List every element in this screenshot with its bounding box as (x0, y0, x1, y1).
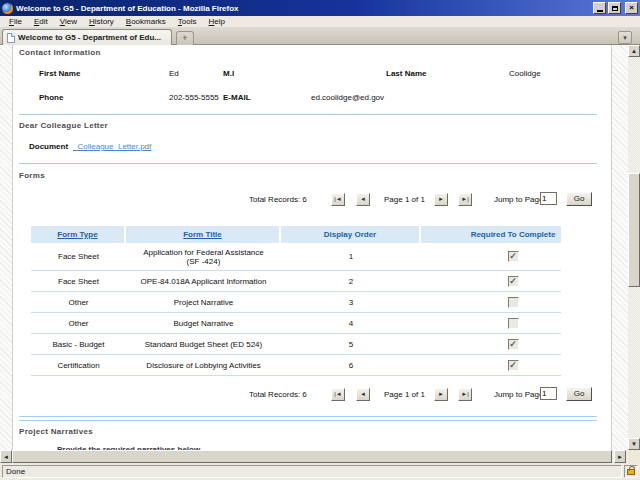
window-title: Welcome to G5 - Department of Education … (16, 4, 593, 13)
prev-page-button[interactable]: ◄ (356, 388, 370, 401)
first-name-label: First Name (39, 69, 80, 78)
forms-section-title: Forms (19, 171, 45, 180)
table-row: Certification Disclosure of Lobbying Act… (31, 355, 561, 376)
page-info: Page 1 of 1 (384, 195, 425, 204)
first-page-button[interactable]: |◄ (331, 193, 345, 206)
required-checkbox[interactable] (508, 276, 519, 287)
new-tab-button[interactable]: + (176, 31, 194, 45)
table-row: Other Budget Narrative 4 (31, 313, 561, 334)
vertical-scrollbar[interactable]: ▲ ▼ (628, 45, 640, 450)
menu-help[interactable]: Help (203, 17, 231, 26)
menu-view[interactable]: View (54, 17, 83, 26)
close-button[interactable]: × (625, 2, 638, 14)
go-button[interactable]: Go (566, 192, 592, 206)
form-type: Other (31, 313, 126, 333)
colleague-letter-link[interactable]: _Colleague_Letter.pdf (73, 142, 151, 151)
required-checkbox[interactable] (508, 251, 519, 262)
jump-to-page-label: Jump to Page (494, 390, 543, 399)
form-title: Standard Budget Sheet (ED 524) (126, 334, 281, 354)
scroll-left-button[interactable]: ◄ (0, 450, 12, 463)
display-order: 6 (281, 355, 421, 375)
last-page-button[interactable]: ►| (458, 193, 472, 206)
form-type: Certification (31, 355, 126, 375)
horizontal-scrollbar[interactable]: ◄ ► (0, 450, 628, 463)
dear-colleague-section-title: Dear Colleague Letter (19, 121, 108, 130)
pagination-top: Total Records: 6 |◄ ◄ Page 1 of 1 ► ►| J… (13, 191, 612, 207)
jump-to-page-input[interactable] (540, 192, 557, 205)
scroll-right-button[interactable]: ► (614, 450, 626, 463)
total-records: Total Records: 6 (249, 390, 307, 399)
tab-bar: Welcome to G5 - Department of Edu... + ▾ (0, 27, 640, 45)
next-page-button[interactable]: ► (434, 388, 448, 401)
vertical-scrollbar-thumb[interactable] (628, 173, 640, 287)
content-panel: Contact Information First Name Ed M.I La… (12, 45, 612, 450)
form-title: Budget Narrative (126, 313, 281, 333)
prev-page-button[interactable]: ◄ (356, 193, 370, 206)
column-required-to-complete: Required To Complete (421, 226, 561, 243)
restore-icon (612, 6, 618, 11)
jump-to-page-label: Jump to Page (494, 195, 543, 204)
close-icon: × (629, 4, 634, 12)
first-page-button[interactable]: |◄ (331, 388, 345, 401)
first-name-value: Ed (169, 69, 179, 78)
table-row: Face Sheet OPE-84.018A Applicant Informa… (31, 271, 561, 292)
menu-bar: File Edit View History Bookmarks Tools H… (0, 16, 640, 27)
section-divider (19, 163, 597, 164)
tab-overflow-button[interactable]: ▾ (618, 31, 632, 44)
status-text: Done (2, 465, 622, 478)
email-label: E-MAIL (223, 93, 251, 102)
menu-edit[interactable]: Edit (28, 17, 54, 26)
jump-to-page-input[interactable] (540, 387, 557, 400)
menu-tools[interactable]: Tools (172, 17, 203, 26)
last-page-button[interactable]: ►| (458, 388, 472, 401)
form-type: Basic - Budget (31, 334, 126, 354)
title-bar: Welcome to G5 - Department of Education … (0, 0, 640, 16)
form-type: Face Sheet (31, 271, 126, 291)
tab-title: Welcome to G5 - Department of Edu... (18, 33, 161, 42)
last-name-label: Last Name (386, 69, 426, 78)
arrow-down-icon: ▼ (631, 441, 637, 447)
required-checkbox[interactable] (508, 339, 519, 350)
arrow-right-icon: ► (617, 454, 623, 460)
required-checkbox[interactable] (508, 318, 519, 329)
page-viewport: Contact Information First Name Ed M.I La… (0, 45, 628, 450)
menu-history[interactable]: History (83, 17, 120, 26)
form-title: Application for Federal Assistance (SF -… (126, 243, 281, 270)
minimize-button[interactable] (593, 2, 606, 14)
form-title: Disclosure of Lobbying Activities (126, 355, 281, 375)
table-row: Basic - Budget Standard Budget Sheet (ED… (31, 334, 561, 355)
scroll-down-button[interactable]: ▼ (628, 438, 640, 450)
form-type: Other (31, 292, 126, 312)
table-row: Face Sheet Application for Federal Assis… (31, 243, 561, 271)
required-checkbox[interactable] (508, 360, 519, 371)
arrow-left-icon: ◄ (3, 454, 9, 460)
display-order: 5 (281, 334, 421, 354)
restore-button[interactable] (608, 2, 621, 14)
form-type: Face Sheet (31, 243, 126, 270)
display-order: 4 (281, 313, 421, 333)
menu-file[interactable]: File (3, 17, 28, 26)
scrollbar-corner (628, 450, 640, 463)
minimize-icon (597, 10, 603, 12)
tab-active[interactable]: Welcome to G5 - Department of Edu... (2, 29, 172, 45)
next-page-button[interactable]: ► (434, 193, 448, 206)
browser-window: Welcome to G5 - Department of Education … (0, 0, 640, 480)
menu-bookmarks[interactable]: Bookmarks (120, 17, 172, 26)
firefox-icon (2, 3, 13, 14)
security-indicator[interactable] (624, 465, 638, 478)
horizontal-scrollbar-thumb[interactable] (12, 450, 612, 463)
scroll-up-button[interactable]: ▲ (628, 45, 640, 57)
page-info: Page 1 of 1 (384, 390, 425, 399)
column-display-order: Display Order (281, 226, 421, 243)
column-form-title[interactable]: Form Title (126, 226, 281, 243)
section-divider (19, 416, 597, 417)
forms-table: Form Type Form Title Display Order Requi… (31, 226, 561, 376)
page-icon (7, 33, 15, 43)
required-checkbox[interactable] (508, 297, 519, 308)
chevron-down-icon: ▾ (623, 34, 627, 41)
pagination-bottom: Total Records: 6 |◄ ◄ Page 1 of 1 ► ►| J… (13, 386, 612, 402)
column-form-type[interactable]: Form Type (31, 226, 126, 243)
section-divider (19, 420, 597, 421)
project-narratives-section-title: Project Narratives (19, 427, 93, 436)
go-button[interactable]: Go (566, 387, 592, 401)
